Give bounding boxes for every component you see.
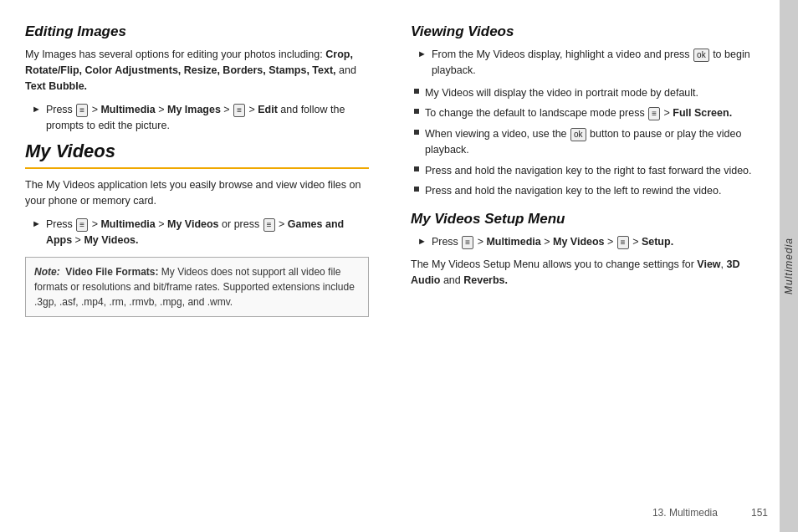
- viewing-videos-title: Viewing Videos: [411, 23, 755, 40]
- sidebar-label: Multimedia: [783, 238, 795, 294]
- setup-bullet-text: Press ≡ > Multimedia > My Videos > ≡ > S…: [432, 234, 673, 250]
- sq-bullet-text3: When viewing a video, use the ok button …: [425, 126, 755, 158]
- menu-key-icon5: ≡: [462, 236, 473, 249]
- editing-images-title: Editing Images: [25, 23, 369, 40]
- viewing-bullet-text: From the My Videos display, highlight a …: [432, 47, 755, 79]
- sq-bullet-text4: Press and hold the navigation key to the…: [425, 163, 752, 179]
- sq-bullet-4: Press and hold the navigation key to the…: [411, 163, 755, 179]
- sq-bullet-2: To change the default to landscape mode …: [411, 105, 755, 121]
- bullet-arrow-icon3: ►: [417, 49, 427, 59]
- my-videos-body: The My Videos application lets you easil…: [25, 177, 369, 209]
- setup-bullet: ► Press ≡ > Multimedia > My Videos > ≡ >…: [411, 234, 755, 250]
- sq-bullet-icon2: [414, 109, 419, 114]
- sq-bullet-5: Press and hold the navigation key to the…: [411, 183, 755, 199]
- bullet-arrow-icon: ►: [32, 104, 41, 114]
- viewing-bullet: ► From the My Videos display, highlight …: [411, 47, 755, 79]
- sq-bullet-3: When viewing a video, use the ok button …: [411, 126, 755, 158]
- menu-key-icon: ≡: [76, 104, 88, 117]
- sq-bullet-text1: My Videos will display the video in port…: [425, 85, 698, 101]
- editing-bullet-text: Press ≡ > Multimedia > My Images > ≡ > E…: [46, 102, 369, 134]
- sq-bullet-icon5: [414, 187, 419, 192]
- sq-bullet-text2: To change the default to landscape mode …: [425, 105, 732, 121]
- section-divider: [25, 167, 369, 169]
- note-box: Note: Video File Formats: My Videos does…: [25, 257, 369, 317]
- footer-chapter: 13. Multimedia: [652, 507, 718, 519]
- note-label: Note:: [34, 266, 60, 278]
- menu-key-icon3: ≡: [263, 218, 275, 232]
- setup-menu-title: My Videos Setup Menu: [411, 211, 755, 228]
- bullet-arrow-icon2: ►: [32, 218, 41, 228]
- options-key-icon: ≡: [233, 104, 245, 117]
- footer-page: 151: [751, 507, 768, 519]
- sq-bullet-1: My Videos will display the video in port…: [411, 85, 755, 101]
- my-videos-title: My Videos: [25, 141, 369, 162]
- sq-bullet-icon4: [414, 166, 419, 171]
- editing-images-body: My Images has several options for editin…: [25, 47, 369, 94]
- ok-key-icon2: ok: [570, 128, 586, 141]
- my-videos-bullet: ► Press ≡ > Multimedia > My Videos or pr…: [25, 217, 369, 248]
- footer: 13. Multimedia 151: [652, 507, 768, 519]
- left-column: Editing Images My Images has several opt…: [25, 23, 377, 515]
- ok-key-icon: ok: [693, 49, 709, 62]
- sq-bullet-icon3: [414, 130, 419, 135]
- note-bold-label: Video File Formats:: [65, 266, 158, 278]
- my-videos-bullet-text: Press ≡ > Multimedia > My Videos or pres…: [46, 217, 369, 248]
- menu-key-icon6: ≡: [617, 236, 629, 249]
- multimedia-sidebar-tab: Multimedia: [780, 0, 798, 532]
- sq-bullet-text5: Press and hold the navigation key to the…: [425, 183, 721, 199]
- setup-body: The My Videos Setup Menu allows you to c…: [411, 257, 755, 289]
- sq-bullet-icon1: [414, 89, 419, 94]
- bullet-arrow-icon4: ►: [417, 236, 427, 246]
- menu-key-icon2: ≡: [76, 218, 88, 232]
- editing-bullet: ► Press ≡ > Multimedia > My Images > ≡ >…: [25, 102, 369, 134]
- menu-key-icon4: ≡: [648, 107, 660, 120]
- right-column: Viewing Videos ► From the My Videos disp…: [402, 23, 755, 515]
